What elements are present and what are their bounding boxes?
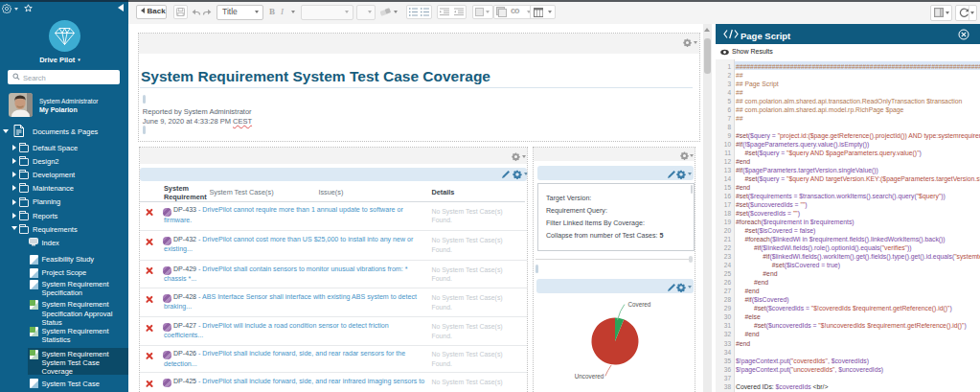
svg-text:Covered: Covered: [628, 301, 651, 308]
svg-text:Uncovered: Uncovered: [575, 373, 604, 380]
